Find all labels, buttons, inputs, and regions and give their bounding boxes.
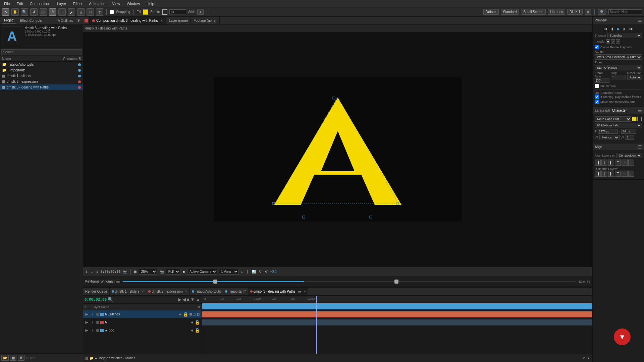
toolbar-tool-rotate[interactable]: ↺ [30,8,38,16]
menu-view[interactable]: View [111,1,121,6]
align-layers-to-select[interactable]: Composition [616,153,642,158]
transport-to-start[interactable]: ⏮ [602,26,608,32]
transport-play[interactable]: ▶ [616,26,621,32]
transport-prev-frame[interactable]: ⏴ [609,26,615,32]
move-time-checkbox[interactable] [595,100,599,104]
align-top-btn[interactable]: ▔ [615,160,621,166]
layer-row-3[interactable]: ► 3 ★ bgd ● 🔒 [83,326,202,335]
renderer-btn[interactable]: ▦ [85,356,88,360]
if-caching-checkbox[interactable] [595,95,599,99]
layer-solo-3[interactable]: ● [191,328,194,333]
toolbar-tool-hand[interactable]: ✋ [11,8,19,16]
preview-toggle-info[interactable]: ℹ [85,269,89,274]
comp-tab-footage[interactable]: Footage (none) [191,17,219,24]
workspace-default[interactable]: Default [483,9,499,15]
toolbar-tool-text[interactable]: T [58,8,66,16]
dist-bottom-btn[interactable]: ▁ [628,171,634,177]
layer-ctrl-btn1[interactable]: ▶ [178,297,181,302]
search-icon[interactable]: 🔍 [598,9,606,15]
timeline-tab-render-queue[interactable]: Render Queue [83,288,110,295]
toolbar-tool-camera[interactable]: 🎥 [40,8,47,16]
project-item-paths[interactable]: ▦ dmstk 3 - dealing with Paths [0,84,83,90]
toggle-switches-modes[interactable]: Toggle Switches / Modes [98,356,136,360]
layer-ctrl-btn3[interactable]: ■ [187,297,190,302]
dist-hcenter-btn[interactable]: ║ [601,171,607,177]
preview-snap-icon[interactable]: ▽ [258,269,263,274]
tracking-select[interactable]: Metrics [599,135,620,140]
workspace-standard[interactable]: Standard [501,9,519,15]
project-item-important[interactable]: 📁 _important* [0,67,83,73]
layer-ctrl-btn2[interactable]: ◀ [182,297,186,302]
layer-fx-1[interactable]: fx [197,312,200,317]
transport-to-end[interactable]: ⏭ [628,26,634,32]
include-audio[interactable]: ♪ [611,39,615,44]
layer-vis-1[interactable] [96,313,99,316]
menu-effect[interactable]: Effect [71,1,84,6]
layer-vis-2[interactable] [96,321,99,324]
comp-tab-layer[interactable]: Layer (none) [166,17,191,24]
layer-expand-2[interactable]: ► [85,320,89,325]
font-stroke-swatch[interactable] [637,117,642,121]
notification-button[interactable]: ▼ [614,328,631,345]
layer-expand-3[interactable]: ► [85,328,89,333]
font-family-select[interactable]: Neue Haas Grot... [595,116,631,122]
workspace-small-screen[interactable]: Small Screen [521,9,545,15]
toolbar-tool-puppet[interactable]: † [96,8,103,16]
font-size-input[interactable] [598,129,618,134]
align-right-btn[interactable]: ▌ [608,160,614,166]
paragraph-tab-label[interactable]: aaragraph [595,109,610,112]
add-btn[interactable]: + [197,9,204,15]
layer-lock-2[interactable]: 🔒 [195,320,200,325]
menu-edit[interactable]: Edit [15,1,24,6]
preview-motion-icon[interactable]: ↺ [264,269,269,274]
dist-top-btn[interactable]: ▔ [615,171,621,177]
layer-ctrl-btn4[interactable]: ▼ [191,297,195,302]
include-overlays[interactable]: ○ [616,39,620,44]
layer-vis-3[interactable] [96,329,99,332]
preview-camera-icon[interactable]: 📷 [159,269,165,274]
shortcut-select[interactable]: Spacebar [607,33,642,38]
workspace-duik[interactable]: DUIK 1 [567,9,583,15]
align-left-btn[interactable]: ▐ [595,160,601,166]
align-panel-menu[interactable]: ☰ [638,144,642,149]
dist-vcenter-btn[interactable]: ─ [622,171,628,177]
stroke-width-input[interactable] [169,9,186,14]
preview-resolution-icon[interactable]: ▦ [132,269,138,274]
timeline-tab-expression[interactable]: dmstk 2 - expression ✕ [146,288,190,295]
preview-toggle-grid[interactable]: # [95,269,99,274]
camera-select[interactable]: Active Camera [187,269,217,275]
layer-lock-1[interactable]: 🔒 [183,312,189,317]
range-select[interactable]: Work Area Extended By Current... [595,54,642,60]
menu-window[interactable]: Window [125,1,141,6]
timeline-tab-atajos[interactable]: _atajos*shortcuts [190,288,223,295]
align-vcenter-btn[interactable]: ─ [622,160,628,166]
layer-mask-1[interactable]: □ [193,312,196,317]
layer-row-1[interactable]: ► 1 A Outlines ● 🔒 ■ □ fx [83,310,202,318]
menu-layer[interactable]: Layer [56,1,68,6]
comp-tab-main[interactable]: Composition dmstk 3 - dealing with Paths… [90,17,166,24]
delete-btn[interactable]: 🗑 [18,355,24,361]
layer-lock-3[interactable]: 🔒 [195,328,200,333]
menu-animation[interactable]: Animation [88,1,107,6]
skip-input[interactable] [611,75,626,79]
toolbar-tool-zoom[interactable]: 🔍 [21,8,28,16]
bottom-btn3[interactable]: ● [95,356,97,360]
expand-workspaces[interactable]: » [585,9,591,15]
align-hcenter-btn[interactable]: ║ [601,160,607,166]
toolbar-tool-pen[interactable]: ✎ [49,8,56,16]
preview-toggle-safe[interactable]: □ [90,269,94,274]
preview-3d-icon[interactable]: □ [240,269,244,274]
workspace-libraries[interactable]: Libraries [548,9,565,15]
dist-left-btn[interactable]: ▐ [595,171,601,177]
cache-before-playback-checkbox[interactable] [595,45,599,49]
expression-tab-close[interactable]: ✕ [185,290,187,293]
preview-toggle-render[interactable]: ■ [182,269,186,274]
project-search-input[interactable] [1,49,82,55]
project-item-atajos[interactable]: 📁 _atajos*shortcuts [0,62,83,67]
layer-label-1[interactable]: ■ [190,312,192,317]
layer-solo-2[interactable]: ● [191,320,194,325]
keyframe-menu-btn[interactable]: ☰ [116,279,120,284]
toolbar-tool-select[interactable]: ↖ [2,8,9,16]
project-item-expression[interactable]: ▦ dmstk 2 - expression [0,79,83,84]
preview-time-btn[interactable]: 📷 [122,269,128,274]
